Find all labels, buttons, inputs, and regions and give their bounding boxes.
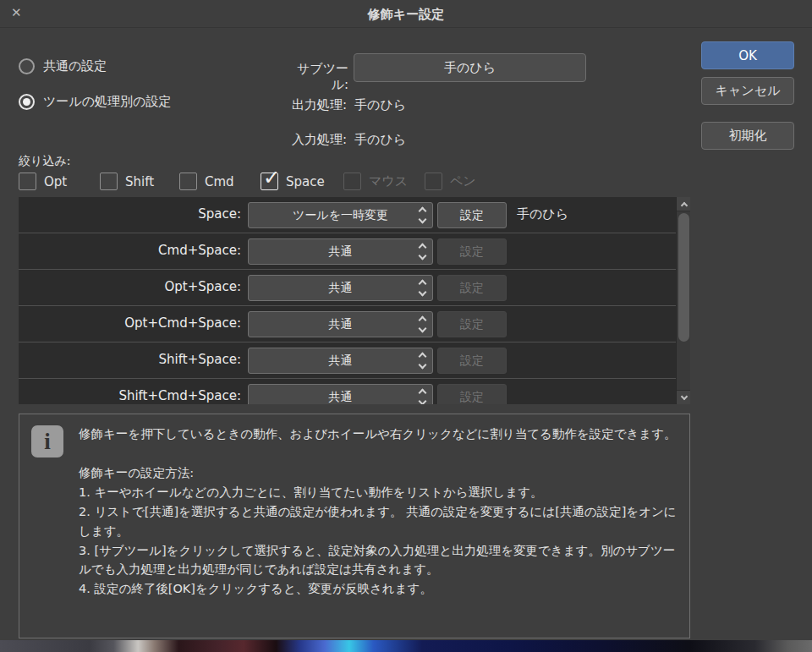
dropdown-stepper[interactable] [414, 349, 431, 372]
radio-common-settings-label: 共通の設定 [43, 58, 107, 74]
check-icon: ✓ [263, 167, 280, 188]
info-icon: i [31, 425, 63, 457]
action-dropdown[interactable]: 共通 [248, 384, 433, 404]
chevron-down-icon [419, 252, 427, 260]
chevron-down-icon [419, 216, 427, 224]
background-canvas-strip [0, 640, 812, 652]
subtool-label: サブツール: [284, 61, 348, 93]
dropdown-value: 共通 [329, 281, 353, 296]
info-box: i 修飾キーを押下しているときの動作、およびホイールや右クリックなどに割り当てる… [19, 414, 690, 638]
output-process-value: 手のひら [354, 97, 406, 113]
chevron-up-icon [419, 207, 427, 216]
chevron-down-icon [419, 361, 427, 370]
cancel-button[interactable]: キャンセル [701, 77, 794, 105]
dropdown-value: 共通 [329, 390, 353, 405]
checkbox-shift-label: Shift [125, 174, 154, 189]
dropdown-value: 共通 [329, 317, 353, 332]
dropdown-stepper[interactable] [414, 313, 431, 336]
setting-button-disabled: 設定 [437, 238, 507, 265]
info-step-3: 3. [サブツール]をクリックして選択すると、設定対象の入力処理と出力処理を変更… [79, 541, 681, 580]
table-row-space: Space: ツールを一時変更 設定 手のひら [19, 197, 676, 233]
checkbox-mouse-label: マウス [369, 173, 408, 189]
table-row-opt-cmd-space: Opt+Cmd+Space: 共通 設定 [19, 306, 676, 342]
subtool-button[interactable]: 手のひら [354, 53, 586, 82]
ok-button[interactable]: OK [701, 41, 794, 69]
radio-per-tool-settings[interactable]: ツールの処理別の設定 [19, 94, 171, 110]
checkbox-icon[interactable] [100, 173, 118, 190]
table-row-shift-cmd-space: Shift+Cmd+Space: 共通 設定 [19, 379, 676, 404]
chevron-up-icon [680, 201, 687, 208]
dropdown-value: 共通 [329, 244, 353, 260]
radio-per-tool-settings-label: ツールの処理別の設定 [43, 94, 171, 110]
dropdown-stepper[interactable] [414, 386, 431, 404]
setting-button-disabled: 設定 [437, 311, 507, 337]
key-rows: Space: ツールを一時変更 設定 手のひら Cmd+Space: 共通 設定… [19, 197, 676, 404]
checkbox-space[interactable]: ✓ Space [261, 173, 325, 190]
info-step-2: 2. リストで[共通]を選択すると共通の設定が使われます。 共通の設定を変更する… [79, 502, 681, 541]
scrollbar-thumb[interactable] [678, 213, 689, 342]
key-assignment-table: Space: ツールを一時変更 設定 手のひら Cmd+Space: 共通 設定… [19, 197, 690, 404]
chevron-up-icon [419, 353, 427, 361]
action-dropdown[interactable]: ツールを一時変更 [248, 202, 433, 228]
setting-button[interactable]: 設定 [437, 202, 507, 228]
checkbox-checked-icon[interactable]: ✓ [261, 173, 278, 190]
setting-button-disabled: 設定 [437, 348, 507, 374]
radio-unselected-icon[interactable] [19, 58, 35, 74]
key-label: Cmd+Space: [19, 243, 241, 258]
key-label: Shift+Cmd+Space: [19, 388, 241, 403]
action-dropdown[interactable]: 共通 [248, 275, 433, 301]
key-label: Opt+Space: [19, 279, 241, 294]
chevron-up-icon [419, 280, 427, 288]
vertical-scrollbar[interactable] [676, 197, 690, 404]
info-intro: 修飾キーを押下しているときの動作、およびホイールや右クリックなどに割り当てる動作… [79, 425, 681, 444]
checkbox-space-label: Space [286, 174, 325, 189]
input-process-line: 入力処理: 手のひら [292, 132, 406, 148]
chevron-down-icon [680, 392, 687, 399]
input-process-label: 入力処理: [292, 132, 347, 148]
dropdown-value: 共通 [329, 353, 353, 369]
setting-button-disabled: 設定 [437, 275, 507, 301]
table-row-opt-space: Opt+Space: 共通 設定 [19, 270, 676, 306]
scroll-down-button[interactable] [677, 390, 690, 404]
dropdown-stepper[interactable] [414, 204, 431, 227]
checkbox-cmd[interactable]: Cmd [179, 173, 234, 190]
dropdown-stepper[interactable] [414, 277, 431, 299]
output-process-line: 出力処理: 手のひら [292, 97, 406, 113]
checkbox-shift[interactable]: Shift [100, 173, 154, 190]
dialog-title: 修飾キー設定 [0, 7, 812, 23]
info-heading: 修飾キーの設定方法: [79, 463, 681, 483]
titlebar: ✕ 修飾キー設定 [0, 0, 812, 28]
input-process-value: 手のひら [354, 132, 406, 148]
chevron-up-icon [419, 316, 427, 325]
key-label: Shift+Space: [19, 352, 241, 367]
setting-button-disabled: 設定 [437, 384, 507, 404]
checkbox-opt[interactable]: Opt [19, 173, 67, 190]
info-step-1: 1. キーやホイールなどの入力ごとに、割り当てたい動作をリストから選択します。 [79, 483, 681, 502]
checkbox-pen: ペン [425, 173, 476, 190]
action-dropdown[interactable]: 共通 [248, 348, 433, 374]
chevron-down-icon [419, 397, 427, 404]
checkbox-cmd-label: Cmd [205, 174, 234, 189]
scroll-up-button[interactable] [677, 197, 690, 211]
reset-button[interactable]: 初期化 [701, 122, 794, 150]
info-text: 修飾キーを押下しているときの動作、およびホイールや右クリックなどに割り当てる動作… [79, 425, 681, 599]
checkbox-pen-label: ペン [450, 173, 476, 189]
table-row-cmd-space: Cmd+Space: 共通 設定 [19, 233, 676, 270]
checkbox-icon[interactable] [19, 173, 36, 190]
checkbox-mouse: マウス [343, 173, 408, 190]
info-step-4: 4. 設定の終了後[OK]をクリックすると、変更が反映されます。 [79, 579, 681, 599]
key-label: Space: [19, 206, 241, 222]
radio-common-settings[interactable]: 共通の設定 [19, 58, 107, 74]
checkbox-icon[interactable] [179, 173, 197, 190]
dropdown-value: ツールを一時変更 [293, 208, 388, 223]
key-label: Opt+Cmd+Space: [19, 315, 241, 331]
output-process-label: 出力処理: [292, 97, 347, 113]
checkbox-disabled-icon [425, 173, 442, 190]
dropdown-stepper[interactable] [414, 240, 431, 263]
action-dropdown[interactable]: 共通 [248, 238, 433, 265]
table-row-shift-space: Shift+Space: 共通 設定 [19, 342, 676, 379]
action-dropdown[interactable]: 共通 [248, 311, 433, 337]
radio-selected-icon[interactable] [19, 94, 35, 110]
chevron-up-icon [419, 244, 427, 252]
chevron-down-icon [419, 288, 427, 297]
